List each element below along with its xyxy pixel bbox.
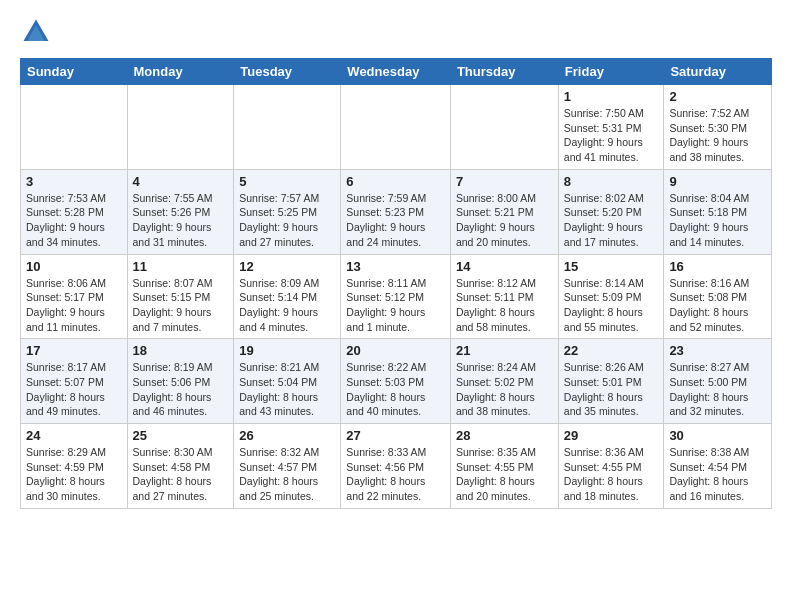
day-number: 22 — [564, 343, 659, 358]
calendar-cell: 18Sunrise: 8:19 AM Sunset: 5:06 PM Dayli… — [127, 339, 234, 424]
day-info: Sunrise: 8:38 AM Sunset: 4:54 PM Dayligh… — [669, 445, 766, 504]
calendar-cell: 24Sunrise: 8:29 AM Sunset: 4:59 PM Dayli… — [21, 424, 128, 509]
calendar-cell: 21Sunrise: 8:24 AM Sunset: 5:02 PM Dayli… — [450, 339, 558, 424]
weekday-monday: Monday — [127, 59, 234, 85]
day-number: 11 — [133, 259, 229, 274]
day-number: 4 — [133, 174, 229, 189]
day-info: Sunrise: 8:06 AM Sunset: 5:17 PM Dayligh… — [26, 276, 122, 335]
day-number: 13 — [346, 259, 445, 274]
header — [20, 16, 772, 48]
calendar-cell: 8Sunrise: 8:02 AM Sunset: 5:20 PM Daylig… — [558, 169, 664, 254]
calendar-cell: 29Sunrise: 8:36 AM Sunset: 4:55 PM Dayli… — [558, 424, 664, 509]
day-info: Sunrise: 8:02 AM Sunset: 5:20 PM Dayligh… — [564, 191, 659, 250]
day-number: 27 — [346, 428, 445, 443]
day-info: Sunrise: 8:35 AM Sunset: 4:55 PM Dayligh… — [456, 445, 553, 504]
day-info: Sunrise: 8:14 AM Sunset: 5:09 PM Dayligh… — [564, 276, 659, 335]
day-number: 18 — [133, 343, 229, 358]
day-number: 9 — [669, 174, 766, 189]
day-number: 24 — [26, 428, 122, 443]
day-info: Sunrise: 7:50 AM Sunset: 5:31 PM Dayligh… — [564, 106, 659, 165]
calendar-cell: 16Sunrise: 8:16 AM Sunset: 5:08 PM Dayli… — [664, 254, 772, 339]
day-number: 20 — [346, 343, 445, 358]
day-number: 29 — [564, 428, 659, 443]
calendar-cell: 22Sunrise: 8:26 AM Sunset: 5:01 PM Dayli… — [558, 339, 664, 424]
day-number: 26 — [239, 428, 335, 443]
calendar-cell: 4Sunrise: 7:55 AM Sunset: 5:26 PM Daylig… — [127, 169, 234, 254]
day-info: Sunrise: 8:12 AM Sunset: 5:11 PM Dayligh… — [456, 276, 553, 335]
weekday-sunday: Sunday — [21, 59, 128, 85]
day-number: 25 — [133, 428, 229, 443]
calendar-cell: 27Sunrise: 8:33 AM Sunset: 4:56 PM Dayli… — [341, 424, 451, 509]
page: SundayMondayTuesdayWednesdayThursdayFrid… — [0, 0, 792, 525]
weekday-wednesday: Wednesday — [341, 59, 451, 85]
calendar-cell: 10Sunrise: 8:06 AM Sunset: 5:17 PM Dayli… — [21, 254, 128, 339]
day-info: Sunrise: 8:29 AM Sunset: 4:59 PM Dayligh… — [26, 445, 122, 504]
calendar-cell: 2Sunrise: 7:52 AM Sunset: 5:30 PM Daylig… — [664, 85, 772, 170]
day-info: Sunrise: 8:00 AM Sunset: 5:21 PM Dayligh… — [456, 191, 553, 250]
calendar-week-2: 3Sunrise: 7:53 AM Sunset: 5:28 PM Daylig… — [21, 169, 772, 254]
calendar-cell: 9Sunrise: 8:04 AM Sunset: 5:18 PM Daylig… — [664, 169, 772, 254]
day-info: Sunrise: 8:33 AM Sunset: 4:56 PM Dayligh… — [346, 445, 445, 504]
day-info: Sunrise: 8:16 AM Sunset: 5:08 PM Dayligh… — [669, 276, 766, 335]
calendar-cell: 13Sunrise: 8:11 AM Sunset: 5:12 PM Dayli… — [341, 254, 451, 339]
day-info: Sunrise: 7:59 AM Sunset: 5:23 PM Dayligh… — [346, 191, 445, 250]
day-number: 8 — [564, 174, 659, 189]
day-info: Sunrise: 8:11 AM Sunset: 5:12 PM Dayligh… — [346, 276, 445, 335]
day-info: Sunrise: 8:22 AM Sunset: 5:03 PM Dayligh… — [346, 360, 445, 419]
calendar-cell: 17Sunrise: 8:17 AM Sunset: 5:07 PM Dayli… — [21, 339, 128, 424]
calendar-cell: 20Sunrise: 8:22 AM Sunset: 5:03 PM Dayli… — [341, 339, 451, 424]
day-info: Sunrise: 8:19 AM Sunset: 5:06 PM Dayligh… — [133, 360, 229, 419]
weekday-friday: Friday — [558, 59, 664, 85]
weekday-tuesday: Tuesday — [234, 59, 341, 85]
calendar-cell: 15Sunrise: 8:14 AM Sunset: 5:09 PM Dayli… — [558, 254, 664, 339]
calendar-cell: 3Sunrise: 7:53 AM Sunset: 5:28 PM Daylig… — [21, 169, 128, 254]
day-number: 7 — [456, 174, 553, 189]
calendar-cell: 5Sunrise: 7:57 AM Sunset: 5:25 PM Daylig… — [234, 169, 341, 254]
calendar-cell: 11Sunrise: 8:07 AM Sunset: 5:15 PM Dayli… — [127, 254, 234, 339]
day-number: 12 — [239, 259, 335, 274]
day-info: Sunrise: 8:07 AM Sunset: 5:15 PM Dayligh… — [133, 276, 229, 335]
day-info: Sunrise: 7:55 AM Sunset: 5:26 PM Dayligh… — [133, 191, 229, 250]
weekday-header-row: SundayMondayTuesdayWednesdayThursdayFrid… — [21, 59, 772, 85]
day-number: 30 — [669, 428, 766, 443]
day-info: Sunrise: 8:21 AM Sunset: 5:04 PM Dayligh… — [239, 360, 335, 419]
calendar-cell — [234, 85, 341, 170]
logo — [20, 16, 58, 48]
day-number: 19 — [239, 343, 335, 358]
day-number: 21 — [456, 343, 553, 358]
calendar-cell — [450, 85, 558, 170]
weekday-saturday: Saturday — [664, 59, 772, 85]
day-info: Sunrise: 7:53 AM Sunset: 5:28 PM Dayligh… — [26, 191, 122, 250]
calendar-cell: 25Sunrise: 8:30 AM Sunset: 4:58 PM Dayli… — [127, 424, 234, 509]
day-number: 23 — [669, 343, 766, 358]
calendar-week-1: 1Sunrise: 7:50 AM Sunset: 5:31 PM Daylig… — [21, 85, 772, 170]
calendar-cell: 14Sunrise: 8:12 AM Sunset: 5:11 PM Dayli… — [450, 254, 558, 339]
calendar-cell — [21, 85, 128, 170]
calendar-cell — [127, 85, 234, 170]
calendar-cell: 7Sunrise: 8:00 AM Sunset: 5:21 PM Daylig… — [450, 169, 558, 254]
day-info: Sunrise: 8:09 AM Sunset: 5:14 PM Dayligh… — [239, 276, 335, 335]
day-number: 1 — [564, 89, 659, 104]
day-info: Sunrise: 8:32 AM Sunset: 4:57 PM Dayligh… — [239, 445, 335, 504]
day-number: 14 — [456, 259, 553, 274]
day-info: Sunrise: 8:26 AM Sunset: 5:01 PM Dayligh… — [564, 360, 659, 419]
weekday-thursday: Thursday — [450, 59, 558, 85]
calendar-cell: 19Sunrise: 8:21 AM Sunset: 5:04 PM Dayli… — [234, 339, 341, 424]
calendar-week-5: 24Sunrise: 8:29 AM Sunset: 4:59 PM Dayli… — [21, 424, 772, 509]
day-info: Sunrise: 7:57 AM Sunset: 5:25 PM Dayligh… — [239, 191, 335, 250]
logo-icon — [20, 16, 52, 48]
day-info: Sunrise: 8:04 AM Sunset: 5:18 PM Dayligh… — [669, 191, 766, 250]
day-number: 3 — [26, 174, 122, 189]
calendar-cell: 26Sunrise: 8:32 AM Sunset: 4:57 PM Dayli… — [234, 424, 341, 509]
day-info: Sunrise: 8:17 AM Sunset: 5:07 PM Dayligh… — [26, 360, 122, 419]
calendar-cell: 12Sunrise: 8:09 AM Sunset: 5:14 PM Dayli… — [234, 254, 341, 339]
day-info: Sunrise: 8:24 AM Sunset: 5:02 PM Dayligh… — [456, 360, 553, 419]
day-number: 17 — [26, 343, 122, 358]
day-number: 2 — [669, 89, 766, 104]
calendar-cell: 6Sunrise: 7:59 AM Sunset: 5:23 PM Daylig… — [341, 169, 451, 254]
calendar-cell: 30Sunrise: 8:38 AM Sunset: 4:54 PM Dayli… — [664, 424, 772, 509]
day-info: Sunrise: 8:30 AM Sunset: 4:58 PM Dayligh… — [133, 445, 229, 504]
day-number: 16 — [669, 259, 766, 274]
day-info: Sunrise: 8:27 AM Sunset: 5:00 PM Dayligh… — [669, 360, 766, 419]
day-info: Sunrise: 7:52 AM Sunset: 5:30 PM Dayligh… — [669, 106, 766, 165]
